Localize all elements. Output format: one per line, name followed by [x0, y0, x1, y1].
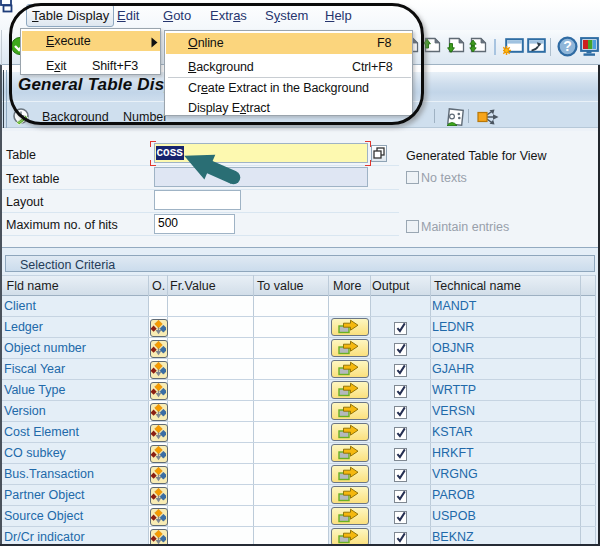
svg-text:?: ?	[563, 38, 572, 54]
